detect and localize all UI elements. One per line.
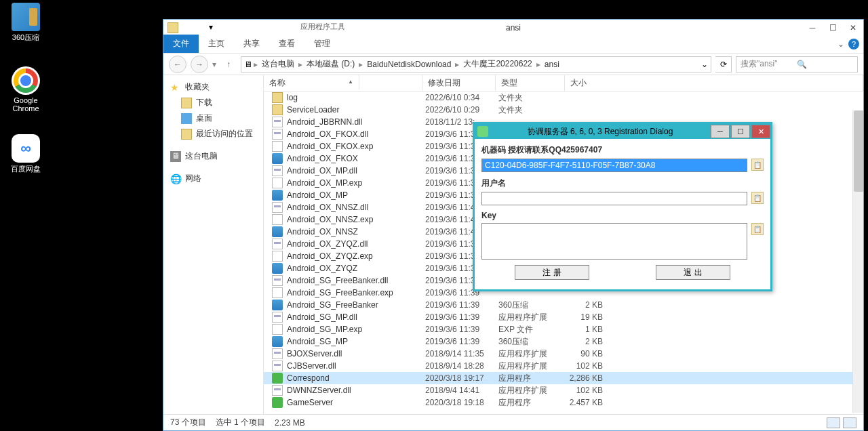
file-icon: [272, 202, 283, 213]
nav-fwd-button[interactable]: →: [191, 56, 208, 73]
file-icon: [272, 385, 283, 396]
file-name: DWNNZServer.dll: [287, 386, 425, 395]
file-type: 文件夹: [498, 92, 568, 104]
register-button[interactable]: 注 册: [515, 265, 589, 280]
scrollbar-thumb[interactable]: [854, 110, 863, 192]
file-icon: [272, 312, 283, 323]
desktop-icon-360zip[interactable]: 360压缩: [5, 3, 46, 43]
file-size: 90 KB: [568, 349, 608, 358]
key-input[interactable]: [481, 223, 747, 260]
file-icon: [272, 165, 283, 176]
sidebar-thispc[interactable]: 🖥这台电脑: [163, 148, 263, 164]
refresh-button[interactable]: ⟳: [715, 56, 732, 73]
paste-icon[interactable]: 📋: [751, 192, 764, 204]
file-size: 1 KB: [568, 325, 608, 334]
file-row[interactable]: Android_SG_MP 2019/3/6 11:39 360压缩 2 KB: [264, 335, 863, 348]
exit-button[interactable]: 退 出: [656, 265, 730, 280]
col-date[interactable]: 修改日期: [422, 75, 496, 91]
breadcrumb-seg[interactable]: 这台电脑: [259, 58, 297, 70]
view-thumbs-button[interactable]: [843, 417, 856, 428]
file-type: 应用程序: [498, 373, 568, 384]
machine-code-input[interactable]: [481, 159, 747, 172]
status-size: 2.23 MB: [275, 418, 305, 428]
help-icon[interactable]: ?: [848, 39, 859, 49]
recent-dropdown[interactable]: ▾: [212, 60, 216, 69]
qat-btn-2[interactable]: [195, 22, 207, 34]
file-row[interactable]: CJBServer.dll 2018/9/14 18:28 应用程序扩展 102…: [264, 360, 863, 372]
file-name: Android_SG_FreeBanker.dll: [287, 276, 425, 285]
close-button[interactable]: ✕: [843, 20, 863, 35]
file-type: 应用程序扩展: [498, 385, 568, 396]
maximize-button[interactable]: ☐: [823, 20, 843, 35]
col-size[interactable]: 大小: [565, 75, 863, 91]
file-name: Android_OX_NNSZ.dll: [287, 203, 425, 212]
dialog-minimize-button[interactable]: ─: [711, 125, 730, 138]
dialog-maximize-button[interactable]: ☐: [731, 125, 750, 138]
file-icon: [272, 348, 283, 359]
file-row[interactable]: ServiceLoader 2022/6/10 0:29 文件夹: [264, 104, 863, 116]
file-row[interactable]: GameServer 2020/3/18 19:18 应用程序 2.457 KB: [264, 396, 863, 409]
dialog-titlebar[interactable]: 协调服务器 6, 6, 0, 3 Registration Dialog ─ ☐…: [475, 124, 770, 139]
scrollbar[interactable]: [852, 110, 863, 413]
file-name: Android_OX_MP.dll: [287, 166, 425, 176]
file-icon: [272, 178, 283, 188]
file-row[interactable]: log 2022/6/10 0:34 文件夹: [264, 91, 863, 104]
nav-back-button[interactable]: ←: [169, 56, 186, 73]
titlebar[interactable]: ▾ 应用程序工具 ansi ─ ☐ ✕: [163, 20, 863, 36]
file-icon: [272, 300, 283, 310]
file-type: 应用程序扩展: [498, 312, 568, 323]
dialog-title: 协调服务器 6, 6, 0, 3 Registration Dialog: [491, 126, 709, 138]
file-name: Android_SG_MP.exp: [287, 325, 425, 334]
desktop-icon-baidu[interactable]: ∞百度网盘: [5, 134, 46, 174]
sidebar-desktop[interactable]: 桌面: [163, 110, 263, 126]
file-row[interactable]: Android_SG_MP.dll 2019/3/6 11:39 应用程序扩展 …: [264, 311, 863, 323]
dialog-close-button[interactable]: ✕: [751, 125, 770, 138]
file-row[interactable]: Correspond 2020/3/18 19:17 应用程序 2,286 KB: [264, 372, 863, 384]
file-row[interactable]: Android_SG_MP.exp 2019/3/6 11:39 EXP 文件 …: [264, 323, 863, 335]
file-row[interactable]: DWNNZServer.dll 2018/9/4 14:41 应用程序扩展 10…: [264, 384, 863, 396]
ribbon-context-label: 应用程序工具: [299, 20, 347, 34]
tab-view[interactable]: 查看: [269, 35, 304, 53]
file-row[interactable]: Android_SG_FreeBanker 2019/3/6 11:39 360…: [264, 299, 863, 311]
col-type[interactable]: 类型: [496, 75, 565, 91]
file-date: 2019/3/6 11:39: [425, 325, 498, 334]
username-input[interactable]: [481, 192, 747, 205]
copy-icon[interactable]: 📋: [751, 159, 764, 171]
file-date: 2022/6/10 0:34: [425, 93, 498, 102]
file-row[interactable]: BJOXServer.dll 2018/9/14 11:35 应用程序扩展 90…: [264, 348, 863, 360]
paste-key-icon[interactable]: 📋: [751, 223, 764, 235]
minimize-button[interactable]: ─: [802, 20, 823, 35]
file-type: 360压缩: [498, 336, 568, 348]
addr-dropdown-icon[interactable]: ⌄: [701, 60, 708, 69]
breadcrumb-seg[interactable]: ansi: [542, 60, 562, 69]
view-details-button[interactable]: [827, 417, 840, 428]
file-type: 应用程序扩展: [498, 348, 568, 360]
tab-file[interactable]: 文件: [163, 35, 199, 53]
address-bar[interactable]: 🖥▸ 这台电脑▸ 本地磁盘 (D:)▸ BaiduNetdiskDownload…: [241, 56, 711, 73]
status-bar: 73 个项目 选中 1 个项目 2.23 MB: [163, 414, 863, 430]
file-date: 2020/3/18 19:18: [425, 398, 498, 407]
tab-home[interactable]: 主页: [199, 35, 234, 53]
sidebar-downloads[interactable]: 下载: [163, 95, 263, 110]
nav-up-button[interactable]: ↑: [220, 56, 237, 73]
tab-share[interactable]: 共享: [234, 35, 269, 53]
breadcrumb-seg[interactable]: BaiduNetdiskDownload: [364, 60, 454, 69]
desktop-icon-chrome[interactable]: Google Chrome: [5, 66, 46, 112]
file-icon: [272, 117, 283, 127]
breadcrumb-seg[interactable]: 本地磁盘 (D:): [304, 58, 357, 70]
qat-dropdown[interactable]: ▾: [208, 22, 220, 34]
breadcrumb-seg[interactable]: 大牛魔王20220622: [460, 58, 534, 70]
qat-btn-1[interactable]: [181, 22, 193, 34]
sidebar-recent[interactable]: 最近访问的位置: [163, 126, 263, 142]
tab-manage[interactable]: 管理: [304, 35, 340, 53]
file-icon: [272, 226, 283, 237]
ribbon-expand-icon[interactable]: ⌄: [837, 39, 844, 49]
column-headers[interactable]: ▲ 名称 修改日期 类型 大小: [264, 75, 863, 91]
file-name: Android_OX_NNSZ: [287, 227, 425, 237]
sidebar-network[interactable]: 🌐网络: [163, 171, 263, 186]
registration-dialog: 协调服务器 6, 6, 0, 3 Registration Dialog ─ ☐…: [473, 122, 772, 291]
file-name: Android_SG_MP: [287, 337, 425, 346]
sidebar: ★收藏夹 下载 桌面 最近访问的位置 🖥这台电脑 🌐网络: [163, 75, 264, 414]
sidebar-favorites[interactable]: ★收藏夹: [163, 79, 263, 95]
search-box[interactable]: 搜索"ansi" 🔍: [736, 56, 858, 73]
